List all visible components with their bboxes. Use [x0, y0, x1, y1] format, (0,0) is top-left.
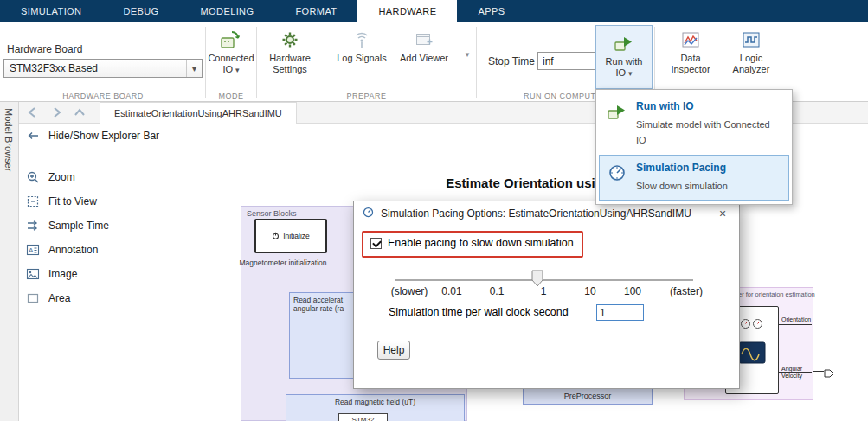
magnetometer-init-block[interactable]: Initialize — [254, 219, 327, 253]
section-label-prepare: PREPARE — [257, 92, 476, 100]
stm32-block[interactable]: STM32 — [338, 413, 388, 421]
palette-item-label: Annotation — [48, 244, 98, 256]
chevron-down-icon[interactable] — [186, 60, 202, 77]
hardware-board-value: STM32F3xx Based — [10, 62, 98, 74]
mode-group: Connected IO MODE — [206, 22, 256, 102]
palette-item-label: Zoom — [48, 171, 75, 183]
zoom-icon — [26, 170, 40, 184]
magnetometer-caption: Magnetometer initialization — [235, 258, 331, 267]
svg-text:A: A — [29, 246, 34, 254]
slider-label-slower: (slower) — [391, 285, 428, 297]
image-icon — [26, 267, 40, 281]
tab-format[interactable]: FORMAT — [274, 0, 357, 22]
palette-item-zoom[interactable]: Zoom — [26, 165, 159, 189]
slider-label-001: 0.01 — [441, 285, 461, 297]
toolstrip-tab-bar: SIMULATION DEBUG MODELING FORMAT HARDWAR… — [0, 0, 868, 22]
preprocessor-block[interactable]: PreProcessor — [523, 387, 653, 405]
close-icon[interactable]: × — [714, 207, 731, 220]
menu-item-run-with-io[interactable]: Run with IO Simulate model with Connecte… — [599, 93, 789, 155]
palette-divider — [26, 156, 158, 156]
palette-item-fit-to-view[interactable]: Fit to View — [26, 189, 159, 214]
slider-label-faster: (faster) — [670, 285, 703, 297]
document-tab-estimateorientation[interactable]: EstimateOrientationUsingAHRSandIMU — [100, 102, 297, 124]
stop-time-input[interactable] — [537, 52, 599, 70]
ribbon-separator — [820, 27, 820, 98]
slider-label-100: 100 — [624, 285, 641, 297]
read-accel-label-line1: Read accelerat — [293, 296, 361, 304]
read-magnetic-block[interactable]: Read magnetic field (uT) STM32 — [286, 394, 465, 421]
menu-item-simulation-pacing[interactable]: Simulation Pacing Slow down simulation — [599, 155, 789, 201]
hardware-board-label: Hardware Board — [7, 43, 82, 55]
hide-explorer-arrow-icon — [26, 129, 40, 143]
output-port-icon[interactable] — [824, 367, 834, 382]
logic-analyzer-icon — [741, 29, 762, 51]
slider-label-1: 1 — [541, 285, 547, 297]
dialog-title-bar[interactable]: Simulation Pacing Options: EstimateOrien… — [354, 201, 739, 226]
tab-modeling[interactable]: MODELING — [180, 0, 275, 22]
hardware-board-group: Hardware Board STM32F3xx Based HARDWARE … — [0, 22, 206, 102]
hardware-settings-label: Hardware Settings — [264, 53, 316, 75]
palette-item-label: Hide/Show Explorer Bar — [48, 130, 159, 142]
log-signals-button[interactable]: Log Signals — [331, 22, 392, 64]
pacing-slider-track[interactable] — [395, 279, 693, 281]
palette-item-annotation[interactable]: A Annotation — [26, 238, 159, 262]
highlight-annotation-box — [362, 231, 583, 258]
prepare-group: Hardware Settings Log Signals Add Viewer… — [257, 22, 476, 102]
gear-icon — [280, 29, 300, 51]
logic-analyzer-label: Logic Analyzer — [725, 53, 777, 75]
data-inspector-button[interactable]: Data Inspector — [660, 22, 721, 75]
connected-io-icon — [220, 29, 242, 51]
tab-apps[interactable]: APPS — [457, 0, 525, 22]
palette-item-label: Sample Time — [48, 220, 109, 232]
add-viewer-button[interactable]: Add Viewer — [394, 22, 454, 64]
menu-item-title: Run with IO — [636, 100, 782, 112]
run-with-io-button[interactable]: Run with IO — [595, 25, 653, 89]
gallery-expand-icon[interactable] — [461, 24, 473, 85]
fit-to-view-icon — [26, 195, 40, 208]
dialog-title: Simulation Pacing Options: EstimateOrien… — [381, 207, 691, 220]
connected-io-label: Connected IO — [208, 53, 254, 74]
log-signals-label: Log Signals — [336, 53, 388, 64]
document-tab-label: EstimateOrientationUsingAHRSandIMU — [114, 108, 282, 118]
hardware-settings-button[interactable]: Hardware Settings — [260, 22, 320, 75]
palette-item-sample-time[interactable]: Sample Time — [26, 214, 159, 238]
forward-icon[interactable] — [48, 105, 66, 120]
viewer-window-icon — [414, 29, 434, 51]
section-label-mode: MODE — [206, 92, 256, 100]
sim-time-per-second-input[interactable] — [596, 304, 644, 321]
read-magnetic-label: Read magnetic field (uT) — [335, 398, 415, 406]
palette-item-image[interactable]: Image — [26, 262, 159, 286]
signal-line — [779, 372, 812, 373]
help-button[interactable]: Help — [377, 341, 410, 360]
connected-io-button[interactable]: Connected IO — [201, 22, 261, 76]
section-label-hardware-board: HARDWARE BOARD — [0, 92, 206, 100]
model-browser-label: Model Browser — [3, 108, 14, 171]
area-icon — [26, 291, 40, 305]
model-browser-strip[interactable]: Model Browser — [0, 102, 19, 421]
tab-hardware[interactable]: HARDWARE — [357, 0, 457, 22]
hardware-board-select[interactable]: STM32F3xx Based — [3, 59, 203, 78]
tab-simulation[interactable]: SIMULATION — [0, 0, 102, 22]
data-inspector-icon — [680, 29, 701, 51]
annotation-icon: A — [26, 243, 40, 257]
sensor-region-label: Sensor Blocks — [247, 209, 297, 218]
chevron-down-icon — [626, 67, 633, 78]
up-to-parent-icon[interactable] — [72, 105, 89, 120]
tab-debug[interactable]: DEBUG — [102, 0, 179, 22]
palette-item-area[interactable]: Area — [26, 286, 159, 310]
run-with-io-menu: Run with IO Simulate model with Connecte… — [595, 89, 793, 205]
add-viewer-label: Add Viewer — [398, 53, 450, 64]
preprocessor-label: PreProcessor — [564, 392, 612, 400]
menu-item-description: Simulate model with Connected IO — [636, 119, 770, 145]
menu-item-title: Simulation Pacing — [636, 162, 728, 174]
run-with-io-icon — [607, 101, 627, 122]
back-icon[interactable] — [25, 105, 42, 120]
signal-line — [813, 371, 824, 372]
palette-item-hide-explorer[interactable]: Hide/Show Explorer Bar — [26, 124, 159, 148]
simulation-pacing-dialog: Simulation Pacing Options: EstimateOrien… — [353, 201, 740, 389]
data-inspector-label: Data Inspector — [665, 53, 717, 75]
sim-time-per-second-label: Simulation time per wall clock second — [389, 306, 569, 318]
simulation-pacing-icon — [362, 206, 375, 221]
scope-icon — [738, 341, 766, 367]
logic-analyzer-button[interactable]: Logic Analyzer — [721, 22, 781, 75]
